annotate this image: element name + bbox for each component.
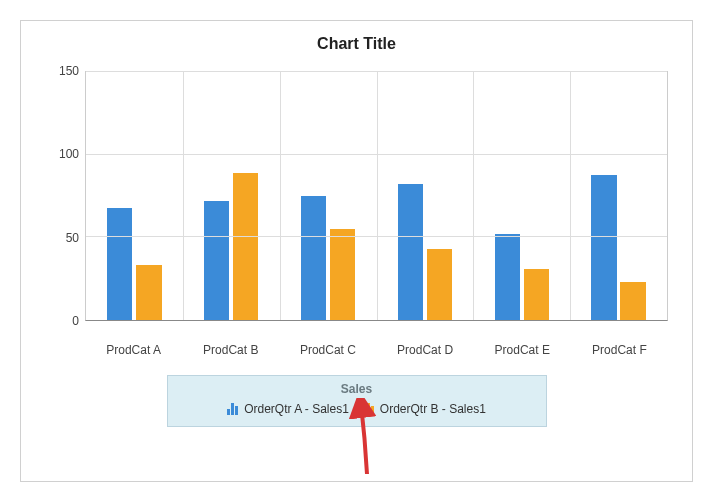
category-column [570, 72, 667, 320]
y-axis: 050100150 [45, 61, 85, 341]
plot-area [85, 71, 668, 321]
x-tick-label: ProdCat D [377, 341, 474, 357]
plot-wrap [85, 61, 668, 341]
y-tick-label: 0 [72, 314, 79, 328]
chart-frame: Chart Title 050100150 ProdCat AProdCat B… [20, 20, 693, 482]
bar-series-1 [233, 173, 258, 320]
x-tick-label: ProdCat F [571, 341, 668, 357]
y-tick-label: 150 [59, 64, 79, 78]
x-tick-label: ProdCat C [279, 341, 376, 357]
legend-box: Sales OrderQtr A - Sales1OrderQtr B - Sa… [167, 375, 547, 427]
bar-chart-icon [227, 403, 238, 415]
category-column [280, 72, 377, 320]
x-tick-label: ProdCat E [474, 341, 571, 357]
legend-item-label: OrderQtr A - Sales1 [244, 402, 349, 416]
bar-series-0 [301, 196, 326, 320]
bar-series-0 [107, 208, 132, 320]
chart-title: Chart Title [45, 35, 668, 53]
legend-item: OrderQtr A - Sales1 [227, 402, 349, 416]
bar-series-1 [620, 282, 645, 320]
legend-title: Sales [178, 382, 536, 396]
legend-item-label: OrderQtr B - Sales1 [380, 402, 486, 416]
bar-series-1 [330, 229, 355, 320]
legend-items: OrderQtr A - Sales1OrderQtr B - Sales1 [178, 402, 536, 416]
legend-item: OrderQtr B - Sales1 [363, 402, 486, 416]
x-axis: ProdCat AProdCat BProdCat CProdCat DProd… [85, 341, 668, 357]
bar-series-0 [495, 234, 520, 320]
chart-body: 050100150 [45, 61, 668, 341]
bar-series-0 [398, 184, 423, 320]
bar-series-1 [427, 249, 452, 320]
y-tick-label: 100 [59, 147, 79, 161]
category-column [473, 72, 570, 320]
category-column [86, 72, 183, 320]
bar-series-0 [591, 175, 616, 320]
bar-series-0 [204, 201, 229, 320]
bar-series-1 [136, 265, 161, 320]
y-tick-label: 50 [66, 231, 79, 245]
bar-series-1 [524, 269, 549, 320]
category-column [376, 72, 473, 320]
bar-chart-icon [363, 403, 374, 415]
x-tick-label: ProdCat B [182, 341, 279, 357]
category-column [183, 72, 280, 320]
x-tick-label: ProdCat A [85, 341, 182, 357]
